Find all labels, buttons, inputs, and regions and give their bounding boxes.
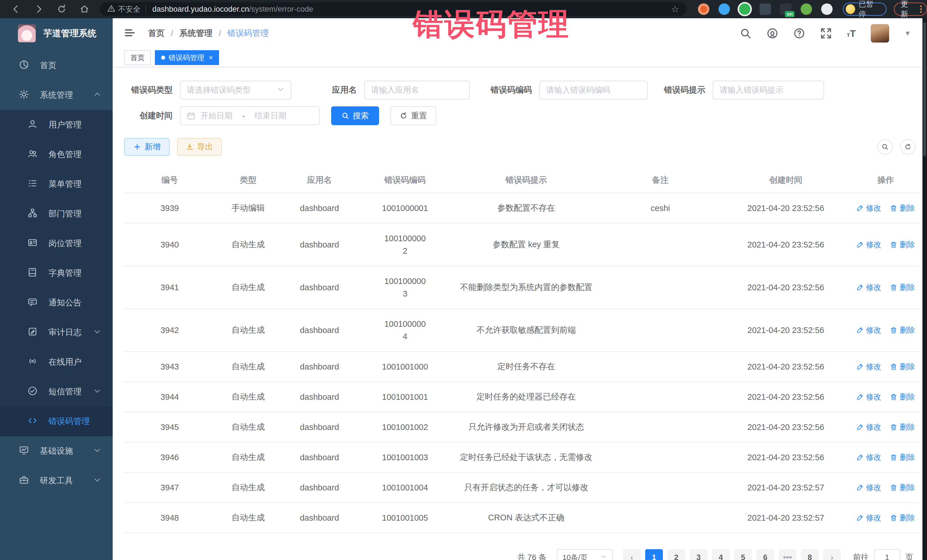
edit-link[interactable]: 修改 [856,203,881,213]
paused-extension-pill[interactable]: 已暂停 [843,3,886,16]
edit-link[interactable]: 修改 [856,452,881,463]
prev-page-button[interactable]: ‹ [623,549,641,560]
sidebar: 芋道管理系统 首页系统管理用户管理角色管理菜单管理部门管理岗位管理字典管理通知公… [0,18,112,560]
breadcrumb-item[interactable]: 首页 [148,28,164,39]
edit-link[interactable]: 修改 [856,325,881,335]
forward-icon[interactable] [33,4,44,14]
extension-orange-icon[interactable] [698,3,710,15]
sidebar-item-字典管理[interactable]: 字典管理 [0,258,112,288]
page-button-2[interactable]: 2 [667,549,685,560]
back-icon[interactable] [11,4,21,14]
extension-person-icon[interactable] [801,3,812,15]
next-page-button[interactable]: › [823,549,841,560]
toggle-search-button[interactable] [877,139,893,155]
delete-link[interactable]: 删除 [890,422,915,432]
delete-link[interactable]: 删除 [890,513,915,523]
page-scrollbar[interactable] [922,18,927,560]
sidebar-item-通知公告[interactable]: 通知公告 [0,288,112,318]
bookmark-star-icon[interactable]: ☆ [671,4,679,15]
browser-menu-icon[interactable] [920,5,922,13]
avatar-caret-icon[interactable]: ▼ [904,29,911,37]
help-icon[interactable] [793,27,805,39]
sidebar-item-首页[interactable]: 首页 [0,51,112,80]
sidebar-item-系统管理[interactable]: 系统管理 [0,80,112,110]
page-button-5[interactable]: 5 [734,549,752,560]
extension-puzzle-icon[interactable] [821,3,833,15]
refresh-table-button[interactable] [900,139,916,155]
delete-link[interactable]: 删除 [890,361,915,372]
sidebar-item-菜单管理[interactable]: 菜单管理 [0,169,112,199]
github-icon[interactable] [766,27,778,39]
app-logo-row[interactable]: 芋道管理系统 [0,18,112,49]
delete-link[interactable]: 删除 [890,203,915,213]
edit-link[interactable]: 修改 [856,282,881,293]
more-pages-button[interactable]: ••• [779,549,796,560]
reload-icon[interactable] [56,4,67,14]
extension-grid-icon[interactable] [760,3,771,15]
edit-link[interactable]: 修改 [856,483,881,493]
user-avatar[interactable] [871,24,889,43]
delete-link[interactable]: 删除 [890,452,915,463]
delete-link[interactable]: 删除 [890,325,915,335]
add-button[interactable]: 新增 [124,138,170,156]
delete-link[interactable]: 删除 [890,392,915,402]
sidebar-item-在线用户[interactable]: 在线用户 [0,347,112,377]
edit-link[interactable]: 修改 [856,240,881,250]
edit-link[interactable]: 修改 [856,392,881,402]
sidebar-item-审计日志[interactable]: 审计日志 [0,318,112,347]
page-button-1[interactable]: 1 [645,549,663,560]
page-button-4[interactable]: 4 [712,549,729,560]
edit-link[interactable]: 修改 [856,361,881,372]
search-icon[interactable] [740,27,752,39]
edit-link[interactable]: 修改 [856,513,881,523]
cell-code: 1001001001 [358,382,452,412]
tag-错误码管理[interactable]: 错误码管理× [155,50,219,65]
delete-link[interactable]: 删除 [890,240,915,250]
page-button-8[interactable]: 8 [801,549,819,560]
menu-list-icon [27,178,38,190]
address-bar[interactable]: 不安全 dashboard.yudao.iocoder.cn /system/e… [100,2,687,16]
refresh-icon [400,112,407,120]
sidebar-item-部门管理[interactable]: 部门管理 [0,199,112,229]
sidebar-item-研发工具[interactable]: 研发工具 [0,466,112,496]
date-range-picker[interactable]: 开始日期 - 结束日期 [180,106,320,125]
page-button-6[interactable]: 6 [757,549,774,560]
error-type-select[interactable]: 请选择错误码类型 [180,81,291,100]
error-code-input[interactable]: 请输入错误码编码 [539,81,648,100]
close-tag-icon[interactable]: × [209,54,213,62]
sidebar-item-短信管理[interactable]: 短信管理 [0,377,112,407]
extension-list-on-icon[interactable]: on [780,3,792,15]
goto-page-input[interactable] [874,549,900,560]
cell-code: 1001000004 [358,309,452,352]
sidebar-item-岗位管理[interactable]: 岗位管理 [0,229,112,258]
breadcrumb-item[interactable]: 系统管理 [179,28,213,39]
sidebar-item-基础设施[interactable]: 基础设施 [0,436,112,466]
page-button-3[interactable]: 3 [690,549,707,560]
delete-link[interactable]: 删除 [890,483,915,493]
export-button[interactable]: 导出 [177,138,222,156]
home-icon[interactable] [79,4,90,14]
chevron-down-icon [93,328,101,338]
app-name-input[interactable]: 请输入应用名 [364,81,470,100]
scrollbar-thumb[interactable] [923,22,926,156]
not-secure-warning-icon [107,5,115,14]
sidebar-item-角色管理[interactable]: 角色管理 [0,140,112,169]
tag-首页[interactable]: 首页 [124,50,151,65]
delete-link[interactable]: 删除 [890,282,915,293]
paused-label: 已暂停 [859,0,880,19]
search-button[interactable]: 搜索 [331,106,379,125]
error-tip-input[interactable]: 请输入错误码提示 [713,81,824,100]
hamburger-icon[interactable] [124,27,135,39]
extension-gem-icon[interactable] [719,3,730,15]
browser-update-button[interactable]: 更新 [894,3,927,16]
sidebar-item-错误码管理[interactable]: 错误码管理 [0,407,112,436]
page-size-select[interactable]: 10条/页 [557,549,613,560]
sidebar-item-用户管理[interactable]: 用户管理 [0,110,112,140]
cell-tip: 不能删除类型为系统内置的参数配置 [452,266,600,309]
extension-green-y-icon[interactable] [739,3,751,15]
reset-button[interactable]: 重置 [391,106,436,125]
fullscreen-icon[interactable] [820,27,832,39]
font-size-icon[interactable]: тT [847,28,856,39]
edit-link[interactable]: 修改 [856,422,881,432]
cell-note [600,472,720,503]
